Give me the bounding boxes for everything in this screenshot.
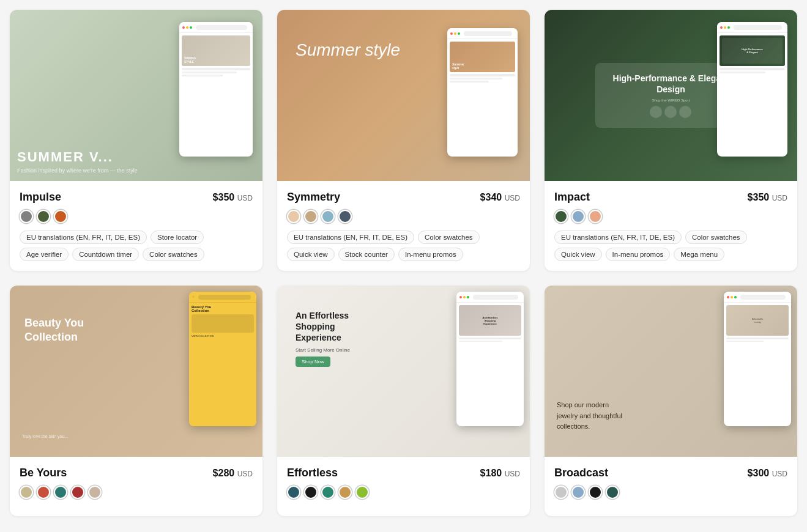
effortless-hero: An EffortlessShoppingExperience Start Se…: [296, 310, 350, 367]
tag-quick-view-symmetry[interactable]: Quick view: [287, 248, 335, 261]
swatch-dark-green[interactable]: [554, 210, 568, 223]
tag-color-swatches-impact[interactable]: Color swatches: [685, 231, 747, 244]
swatch-green-teal[interactable]: [321, 486, 335, 499]
beyours-hero-text: Beauty YouCollection: [24, 316, 84, 345]
swatch-beige[interactable]: [287, 210, 300, 223]
broadcast-phone-mock: AffordableLuxury: [724, 292, 791, 426]
card-impact: High-Performance & Elegant Design Shop t…: [545, 10, 797, 271]
swatch-gold[interactable]: [338, 486, 352, 499]
title-row-symmetry: Symmetry $340 USD: [287, 191, 520, 204]
swatches-impulse: [20, 210, 253, 223]
swatch-dark-teal[interactable]: [606, 486, 619, 499]
impulse-hero-text: SUMMER V...: [17, 149, 113, 165]
card-body-impulse: Impulse $350 USD EU translations (EN, FR…: [10, 181, 262, 271]
tag-in-menu-promos-symmetry[interactable]: In-menu promos: [398, 248, 463, 261]
card-image-symmetry[interactable]: Summer style Summerstyle: [277, 10, 530, 181]
tag-eu-translations-impact[interactable]: EU translations (EN, FR, IT, DE, ES): [554, 231, 682, 244]
title-impulse: Impulse: [20, 191, 61, 204]
card-body-beyours: Be Yours $280 USD: [10, 457, 262, 516]
title-impact: Impact: [554, 191, 590, 204]
tag-countdown-timer[interactable]: Countdown timer: [72, 248, 139, 261]
tags-symmetry: EU translations (EN, FR, IT, DE, ES) Col…: [287, 231, 520, 261]
product-grid: SUMMER V... Fashion inspired by where we…: [10, 10, 797, 516]
card-beyours: Beauty YouCollection Truly love the skin…: [10, 286, 262, 516]
card-body-symmetry: Symmetry $340 USD EU translations (EN, F…: [277, 181, 530, 271]
swatch-light-blue[interactable]: [571, 210, 585, 223]
tag-color-swatches-symmetry[interactable]: Color swatches: [418, 231, 480, 244]
price-broadcast: $300 USD: [748, 468, 787, 479]
swatch-salmon[interactable]: [589, 210, 602, 223]
title-row-impulse: Impulse $350 USD: [20, 191, 253, 204]
card-effortless: An EffortlessShoppingExperience Start Se…: [277, 286, 530, 516]
swatches-effortless: [287, 486, 520, 499]
tag-color-swatches[interactable]: Color swatches: [143, 248, 204, 261]
card-image-impulse[interactable]: SUMMER V... Fashion inspired by where we…: [10, 10, 262, 181]
title-row-broadcast: Broadcast $300 USD: [554, 467, 787, 479]
tag-eu-translations-symmetry[interactable]: EU translations (EN, FR, IT, DE, ES): [287, 231, 414, 244]
swatches-symmetry: [287, 210, 520, 223]
symmetry-hero-text: Summer style: [296, 40, 400, 60]
effortless-hero-text: An EffortlessShoppingExperience: [296, 310, 350, 344]
impact-phone-mock: High-Performance& Elegant: [717, 22, 787, 157]
title-row-beyours: Be Yours $280 USD: [20, 467, 253, 479]
swatch-orange[interactable]: [54, 210, 67, 223]
swatch-steel-blue[interactable]: [571, 486, 585, 499]
price-impulse: $350 USD: [213, 192, 253, 203]
swatches-beyours: [20, 486, 253, 499]
swatch-red-orange[interactable]: [37, 486, 50, 499]
title-broadcast: Broadcast: [554, 467, 608, 479]
swatches-broadcast: [554, 486, 787, 499]
impulse-phone-mock: SPRINGSTYLE: [179, 22, 253, 157]
card-image-beyours[interactable]: Beauty YouCollection Truly love the skin…: [10, 286, 262, 457]
title-effortless: Effortless: [287, 467, 338, 479]
card-body-effortless: Effortless $180 USD: [277, 457, 530, 516]
card-impulse: SUMMER V... Fashion inspired by where we…: [10, 10, 262, 271]
swatch-silver[interactable]: [554, 486, 568, 499]
price-effortless: $180 USD: [480, 468, 520, 479]
swatch-black[interactable]: [304, 486, 318, 499]
tag-quick-view-impact[interactable]: Quick view: [554, 248, 602, 261]
beyours-phone-mock: ♡ Beauty YouCollection VIEW COLLECTION: [189, 292, 256, 426]
swatch-navy[interactable]: [287, 486, 300, 499]
swatch-tan[interactable]: [304, 210, 318, 223]
title-beyours: Be Yours: [20, 467, 67, 479]
swatch-lime[interactable]: [355, 486, 369, 499]
card-image-broadcast[interactable]: Shop our modernjewelry and thoughtfulcol…: [545, 286, 797, 457]
tags-impulse: EU translations (EN, FR, IT, DE, ES) Sto…: [20, 231, 253, 261]
tag-in-menu-promos-impact[interactable]: In-menu promos: [606, 248, 671, 261]
title-symmetry: Symmetry: [287, 191, 340, 204]
swatch-dark-red[interactable]: [71, 486, 84, 499]
tags-impact: EU translations (EN, FR, IT, DE, ES) Col…: [554, 231, 787, 261]
impulse-sub-text: Fashion inspired by where we're from — t…: [17, 168, 138, 174]
swatch-slate[interactable]: [338, 210, 352, 223]
tag-age-verifier[interactable]: Age verifier: [20, 248, 69, 261]
card-broadcast: Shop our modernjewelry and thoughtfulcol…: [545, 286, 797, 516]
swatch-broadcast-black[interactable]: [589, 486, 602, 499]
broadcast-hero-text: Shop our modernjewelry and thoughtfulcol…: [557, 400, 718, 432]
card-image-effortless[interactable]: An EffortlessShoppingExperience Start Se…: [277, 286, 530, 457]
tag-store-locator[interactable]: Store locator: [151, 231, 204, 244]
card-body-broadcast: Broadcast $300 USD: [545, 457, 797, 516]
price-impact: $350 USD: [748, 192, 787, 203]
swatches-impact: [554, 210, 787, 223]
effortless-phone-mock: An EffortlessShoppingExperience: [456, 292, 524, 426]
card-body-impact: Impact $350 USD EU translations (EN, FR,…: [545, 181, 797, 271]
tag-stock-counter-symmetry[interactable]: Stock counter: [338, 248, 395, 261]
price-beyours: $280 USD: [213, 468, 253, 479]
tag-mega-menu-impact[interactable]: Mega menu: [674, 248, 724, 261]
card-image-impact[interactable]: High-Performance & Elegant Design Shop t…: [545, 10, 797, 181]
price-symmetry: $340 USD: [480, 192, 520, 203]
swatch-gray[interactable]: [20, 210, 33, 223]
swatch-blue[interactable]: [321, 210, 335, 223]
swatch-sand[interactable]: [20, 486, 33, 499]
tag-eu-translations[interactable]: EU translations (EN, FR, IT, DE, ES): [20, 231, 147, 244]
swatch-green[interactable]: [37, 210, 50, 223]
card-symmetry: Summer style Summerstyle: [277, 10, 530, 271]
title-row-effortless: Effortless $180 USD: [287, 467, 520, 479]
swatch-teal[interactable]: [54, 486, 67, 499]
symmetry-phone-mock: Summerstyle: [447, 28, 518, 157]
title-row-impact: Impact $350 USD: [554, 191, 787, 204]
swatch-light-tan[interactable]: [88, 486, 102, 499]
